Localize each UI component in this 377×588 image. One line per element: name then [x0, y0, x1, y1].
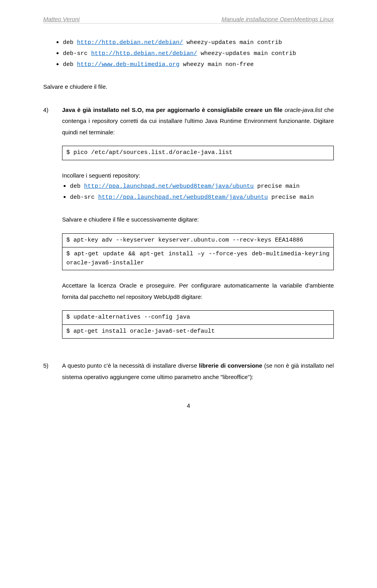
repo-link[interactable]: http://www.deb-multimedia.org	[77, 61, 179, 68]
step-5: 5) A questo punto c'è la necessità di in…	[43, 360, 334, 383]
command-cell: $ update-alternatives --config java	[62, 311, 334, 325]
save-close2-text: Salvare e chiudere il file e successivam…	[62, 214, 334, 225]
command-cell: $ pico /etc/apt/sources.list.d/oracle-ja…	[62, 146, 334, 160]
page-number: 4	[43, 402, 334, 409]
save-close-text: Salvare e chiudere il file.	[43, 81, 334, 93]
repo-link[interactable]: http://ppa.launchpad.net/webupd8team/jav…	[84, 183, 254, 190]
step5-text-a: A questo punto c'è la necessità di insta…	[62, 362, 199, 369]
repo-suffix: precise main	[254, 183, 300, 190]
list-item: deb-src http://ppa.launchpad.net/webupd8…	[70, 192, 334, 202]
step5-text: A questo punto c'è la necessità di insta…	[62, 360, 334, 383]
list-item: deb http://ppa.launchpad.net/webupd8team…	[70, 181, 334, 191]
command-box: $ apt-key adv --keyserver keyserver.ubun…	[62, 233, 334, 271]
repo-prefix: deb	[63, 39, 77, 46]
step-4: 4) Java è già installato nel S.O, ma per…	[43, 104, 334, 349]
accept-text: Accettare la licenza Oracle e proseguire…	[62, 280, 334, 302]
step4-intro: Java è già installato nel S.O, ma per ag…	[62, 104, 334, 138]
command-cell: $ apt-get update && apt-get install –y -…	[62, 247, 334, 270]
repo-link[interactable]: http://ppa.launchpad.net/webupd8team/jav…	[98, 194, 268, 201]
step4-file: oracle-java.list	[285, 106, 322, 113]
step4-text-a: Java è già installato nel S.O, ma per ag…	[62, 106, 285, 113]
list-item: deb http://www.deb-multimedia.org wheezy…	[63, 59, 334, 70]
repo-suffix: precise main	[268, 194, 314, 201]
step5-bold: librerie di conversione	[199, 362, 262, 369]
repo-suffix: wheezy-updates main contrib	[197, 50, 296, 57]
command-box: $ update-alternatives --config java $ ap…	[62, 310, 334, 339]
command-cell: $ apt-get install oracle-java6-set-defau…	[62, 324, 334, 339]
header-left: Matteo Veroni	[43, 16, 80, 22]
repo-link[interactable]: http://http.debian.net/debian/	[77, 39, 183, 46]
page-header: Matteo Veroni Manuale installazione Open…	[43, 16, 334, 24]
repo-suffix: wheezy-updates main contrib	[183, 39, 282, 46]
repo-prefix: deb	[70, 183, 84, 190]
list-item: deb-src http://http.debian.net/debian/ w…	[63, 48, 334, 59]
repo-prefix: deb-src	[70, 194, 98, 201]
paste-repo-text: Incollare i seguenti repository:	[62, 170, 334, 181]
repo-bullets-java: deb http://ppa.launchpad.net/webupd8team…	[70, 181, 334, 202]
command-box: $ pico /etc/apt/sources.list.d/oracle-ja…	[62, 146, 334, 160]
repo-suffix: wheezy main non-free	[179, 61, 254, 68]
header-right: Manuale installazione OpenMeetings Linux	[221, 16, 334, 22]
step-number: 5)	[43, 360, 51, 383]
repo-bullets-top: deb http://http.debian.net/debian/ wheez…	[63, 37, 334, 70]
list-item: deb http://http.debian.net/debian/ wheez…	[63, 37, 334, 48]
repo-link[interactable]: http://http.debian.net/debian/	[91, 50, 197, 57]
step-number: 4)	[43, 104, 51, 349]
repo-prefix: deb-src	[63, 50, 91, 57]
repo-prefix: deb	[63, 61, 77, 68]
command-cell: $ apt-key adv --keyserver keyserver.ubun…	[62, 233, 334, 247]
